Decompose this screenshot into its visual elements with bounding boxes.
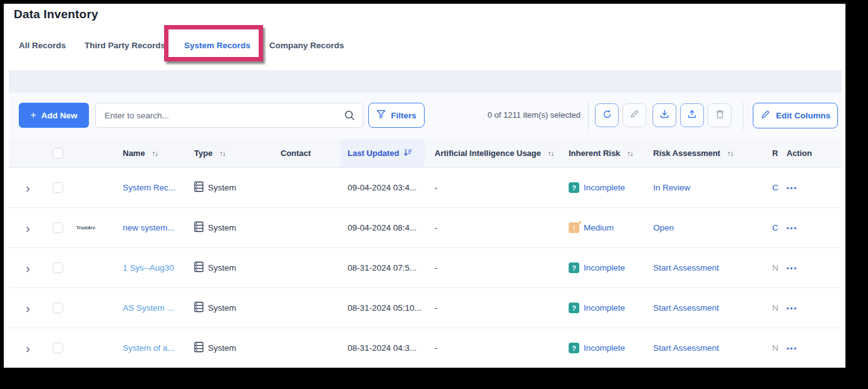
record-name-link[interactable]: System of a... <box>123 343 175 353</box>
row-checkbox-cell <box>53 208 63 247</box>
inherent-risk-link[interactable]: Incomplete <box>584 183 625 192</box>
risk-assessment-link[interactable]: Start Assessment <box>653 343 719 353</box>
chevron-right-icon: › <box>26 341 30 355</box>
expand-row-control[interactable]: › <box>26 168 30 207</box>
table-row: › AS System ... System <box>9 288 842 328</box>
toolbar-divider <box>743 102 743 130</box>
sort-icon[interactable]: ↑↓ <box>548 150 554 157</box>
row-action-menu-button[interactable]: ••• <box>787 208 798 247</box>
row-checkbox-cell <box>53 288 63 328</box>
upload-button[interactable] <box>680 103 704 127</box>
row-checkbox[interactable] <box>53 222 63 233</box>
spacer-band <box>9 70 842 93</box>
record-ai-usage-cell: - <box>435 168 438 207</box>
select-all-checkbox[interactable] <box>53 148 63 158</box>
row-action-menu-button[interactable]: ••• <box>787 328 798 368</box>
expand-row-control[interactable]: › <box>26 248 30 288</box>
expand-row-control[interactable]: › <box>26 208 30 247</box>
row-action-menu-button[interactable]: ••• <box>787 288 798 328</box>
refresh-button[interactable] <box>595 103 619 127</box>
column-header-last-updated[interactable]: Last Updated <box>348 139 413 167</box>
record-r-cell: C <box>772 168 778 207</box>
record-ai-usage-cell: - <box>435 288 438 328</box>
selection-count: 0 of 1211 item(s) selected <box>441 110 581 120</box>
expand-row-control[interactable]: › <box>26 328 30 368</box>
pencil-icon <box>629 109 639 122</box>
row-checkbox[interactable] <box>53 262 63 273</box>
download-icon <box>659 109 669 122</box>
inherent-risk-link[interactable]: Incomplete <box>584 343 625 353</box>
add-new-button[interactable]: + Add New <box>19 103 89 128</box>
record-inherent-risk-cell: ! Medium <box>569 208 614 247</box>
inherent-risk-link[interactable]: Medium <box>584 223 614 232</box>
filters-button[interactable]: Filters <box>368 103 425 128</box>
server-icon <box>194 221 204 235</box>
row-action-menu-button[interactable]: ••• <box>787 248 798 288</box>
column-header-risk-assessment[interactable]: Risk Assessment ↑↓ <box>653 139 733 167</box>
record-risk-assessment-cell: Open <box>653 208 674 247</box>
column-header-inherent-risk[interactable]: Inherent Risk ↑↓ <box>569 139 633 167</box>
column-header-action: Action <box>787 139 812 167</box>
sort-desc-icon[interactable] <box>403 148 413 158</box>
row-checkbox[interactable] <box>53 303 63 313</box>
record-logo <box>76 168 121 207</box>
record-ai-usage-cell: - <box>435 208 438 247</box>
tab-company-records[interactable]: Company Records <box>269 38 344 53</box>
chevron-right-icon: › <box>26 221 30 234</box>
record-logo <box>76 288 121 328</box>
sort-icon[interactable]: ↑↓ <box>627 150 633 157</box>
row-checkbox[interactable] <box>53 182 63 193</box>
column-header-name[interactable]: Name ↑↓ <box>123 139 158 167</box>
search-input[interactable] <box>96 103 363 127</box>
sort-icon[interactable]: ↑↓ <box>152 150 158 157</box>
record-risk-assessment-cell: Start Assessment <box>653 288 719 328</box>
filters-label: Filters <box>391 111 416 120</box>
inherent-risk-link[interactable]: Incomplete <box>584 263 625 272</box>
ellipsis-icon: ••• <box>787 224 798 232</box>
risk-assessment-link[interactable]: Open <box>653 223 674 232</box>
record-name-link[interactable]: new system... <box>123 223 175 232</box>
ellipsis-icon: ••• <box>787 304 798 312</box>
tab-all-records[interactable]: All Records <box>19 38 66 53</box>
record-r-cell: N <box>772 328 778 368</box>
record-r-cell: N <box>772 248 778 288</box>
column-header-type[interactable]: Type ↑↓ <box>194 139 225 167</box>
search-icon <box>344 110 355 123</box>
plus-icon: + <box>30 110 36 120</box>
tab-third-party-records[interactable]: Third Party Records <box>85 38 165 53</box>
inherent-risk-link[interactable]: Incomplete <box>584 303 625 313</box>
record-inherent-risk-cell: ? Incomplete <box>569 168 625 207</box>
risk-assessment-link[interactable]: Start Assessment <box>653 303 719 313</box>
row-checkbox[interactable] <box>53 343 63 353</box>
record-logo: TrustArc <box>76 208 121 247</box>
risk-badge-icon: ? <box>569 262 579 273</box>
delete-button[interactable] <box>708 103 731 127</box>
table-header: Name ↑↓ Type ↑↓ Contact Last Updated Art… <box>9 139 842 168</box>
row-action-menu-button[interactable]: ••• <box>787 168 798 207</box>
server-icon <box>194 261 204 275</box>
server-icon <box>194 181 204 195</box>
record-last-updated-cell: 08-31-2024 07:5... <box>348 248 416 288</box>
risk-badge-icon: ? <box>569 343 579 353</box>
page-title: Data Inventory <box>14 8 98 21</box>
expand-row-control[interactable]: › <box>26 288 30 328</box>
record-type-cell: System <box>194 288 236 328</box>
column-header-ai-usage[interactable]: Artificial Intelligence Usage ↑↓ <box>435 139 554 167</box>
edit-button[interactable] <box>623 103 646 127</box>
record-name-link[interactable]: 1 Sys--Aug30 <box>123 263 174 272</box>
sort-icon[interactable]: ↑↓ <box>219 150 225 157</box>
record-name-link[interactable]: AS System ... <box>123 303 174 313</box>
sort-icon[interactable]: ↑↓ <box>727 150 733 157</box>
record-last-updated-cell: 08-31-2024 04:3... <box>348 328 416 368</box>
risk-badge-icon: ! <box>569 222 579 233</box>
record-inherent-risk-cell: ? Incomplete <box>569 288 625 328</box>
select-all-checkbox-cell <box>53 139 63 167</box>
download-button[interactable] <box>653 103 676 127</box>
edit-columns-button[interactable]: Edit Columns <box>753 103 838 128</box>
chevron-right-icon: › <box>26 261 30 274</box>
record-name-link[interactable]: System Rec... <box>123 183 175 192</box>
risk-assessment-link[interactable]: In Review <box>653 183 690 192</box>
server-icon <box>194 341 204 355</box>
column-header-r-truncated[interactable]: R <box>772 139 778 167</box>
risk-assessment-link[interactable]: Start Assessment <box>653 263 719 272</box>
